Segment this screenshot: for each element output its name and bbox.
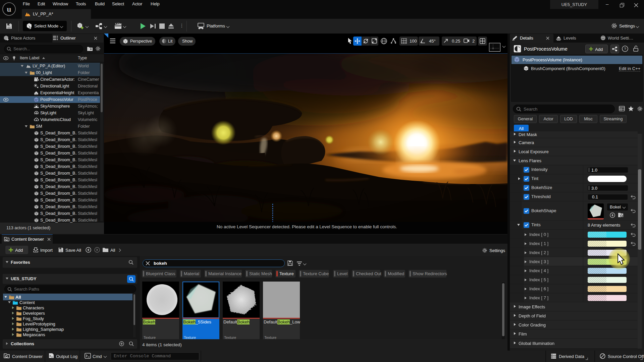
svg-text:?: ?: [624, 47, 626, 51]
svg-text:u: u: [7, 5, 11, 13]
